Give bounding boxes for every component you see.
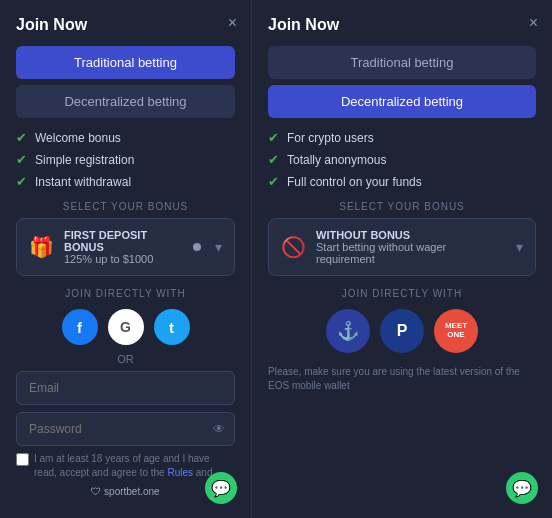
wallet-row: ⚓ P MEETONE <box>268 309 536 353</box>
proton-wallet-button[interactable]: P <box>380 309 424 353</box>
bonus-title: FIRST DEPOSIT BONUS <box>64 229 183 253</box>
right-check-icon-2: ✔ <box>268 152 279 167</box>
bonus-box[interactable]: 🎁 FIRST DEPOSIT BONUS 125% up to $1000 ▾ <box>16 218 235 276</box>
no-bonus-icon: 🚫 <box>281 235 306 259</box>
right-feature-anon: ✔ Totally anonymous <box>268 152 536 167</box>
check-icon-2: ✔ <box>16 152 27 167</box>
bonus-value: 125% up to $1000 <box>64 253 183 265</box>
twitter-button[interactable]: t <box>154 309 190 345</box>
feature-withdrawal: ✔ Instant withdrawal <box>16 174 235 189</box>
meetone-wallet-button[interactable]: MEETONE <box>434 309 478 353</box>
rules-link[interactable]: Rules <box>167 467 193 478</box>
or-label: OR <box>16 353 235 365</box>
check-icon-3: ✔ <box>16 174 27 189</box>
left-panel: Join Now × Traditional betting Decentral… <box>0 0 252 518</box>
check-icon-1: ✔ <box>16 130 27 145</box>
left-chat-bubble[interactable]: 💬 <box>205 472 237 504</box>
bonus-info: FIRST DEPOSIT BONUS 125% up to $1000 <box>64 229 183 265</box>
sportbet-logo: 🛡 sportbet.one <box>16 486 235 497</box>
password-wrap: 👁 <box>16 412 235 446</box>
bonus-dot <box>193 243 201 251</box>
feature-welcome: ✔ Welcome bonus <box>16 130 235 145</box>
no-bonus-info: WITHOUT BONUS Start betting without wage… <box>316 229 506 265</box>
no-bonus-title: WITHOUT BONUS <box>316 229 506 241</box>
left-close-button[interactable]: × <box>228 14 237 32</box>
right-panel: Join Now × Traditional betting Decentral… <box>252 0 552 518</box>
left-select-bonus-label: SELECT YOUR BONUS <box>16 201 235 212</box>
google-button[interactable]: G <box>108 309 144 345</box>
right-close-button[interactable]: × <box>529 14 538 32</box>
left-title: Join Now <box>16 16 235 34</box>
right-feature-control: ✔ Full control on your funds <box>268 174 536 189</box>
right-check-icon-3: ✔ <box>268 174 279 189</box>
password-input[interactable] <box>16 412 235 446</box>
right-decentralized-tab[interactable]: Decentralized betting <box>268 85 536 118</box>
terms-text: I am at least 18 years of age and I have… <box>16 452 235 480</box>
right-chat-bubble[interactable]: 💬 <box>506 472 538 504</box>
no-bonus-chevron-down-icon: ▾ <box>516 239 523 255</box>
left-decentralized-tab[interactable]: Decentralized betting <box>16 85 235 118</box>
right-join-directly-label: JOIN DIRECTLY WITH <box>268 288 536 299</box>
social-buttons-row: f G t <box>16 309 235 345</box>
anchor-wallet-button[interactable]: ⚓ <box>326 309 370 353</box>
right-title: Join Now <box>268 16 536 34</box>
right-check-icon-1: ✔ <box>268 130 279 145</box>
eos-note: Please, make sure you are using the late… <box>268 365 536 393</box>
left-traditional-tab[interactable]: Traditional betting <box>16 46 235 79</box>
eye-icon: 👁 <box>213 422 225 436</box>
right-features: ✔ For crypto users ✔ Totally anonymous ✔… <box>268 130 536 189</box>
bonus-chevron-down-icon: ▾ <box>215 239 222 255</box>
right-select-bonus-label: SELECT YOUR BONUS <box>268 201 536 212</box>
email-input[interactable] <box>16 371 235 405</box>
left-join-directly-label: JOIN DIRECTLY WITH <box>16 288 235 299</box>
right-traditional-tab[interactable]: Traditional betting <box>268 46 536 79</box>
feature-registration: ✔ Simple registration <box>16 152 235 167</box>
no-bonus-box[interactable]: 🚫 WITHOUT BONUS Start betting without wa… <box>268 218 536 276</box>
terms-checkbox[interactable] <box>16 453 29 466</box>
right-feature-crypto: ✔ For crypto users <box>268 130 536 145</box>
facebook-button[interactable]: f <box>62 309 98 345</box>
left-features: ✔ Welcome bonus ✔ Simple registration ✔ … <box>16 130 235 189</box>
no-bonus-desc: Start betting without wager requirement <box>316 241 506 265</box>
gift-icon: 🎁 <box>29 235 54 259</box>
